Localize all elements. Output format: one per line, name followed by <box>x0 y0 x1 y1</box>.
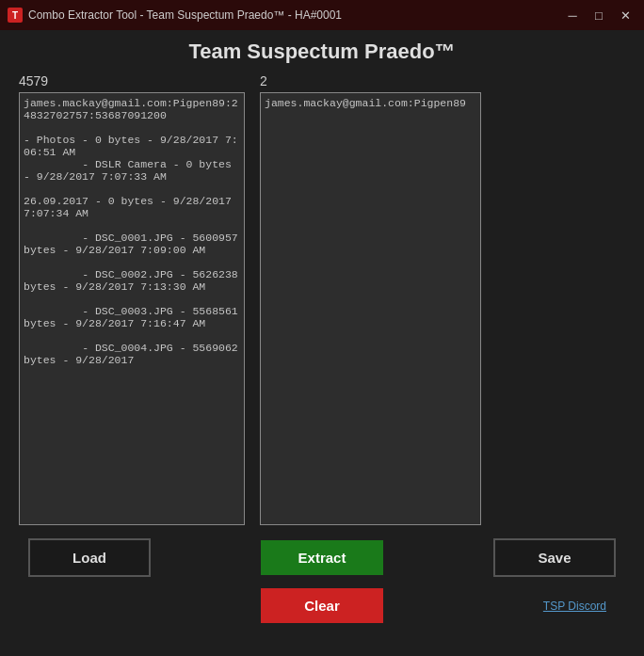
buttons-row: Load Extract Save <box>19 538 625 577</box>
load-button[interactable]: Load <box>28 538 151 577</box>
maximize-button[interactable]: □ <box>588 6 610 24</box>
extract-button[interactable]: Extract <box>261 540 383 575</box>
right-count: 2 <box>260 73 481 88</box>
right-text-area[interactable]: james.mackay@gmail.com:Pigpen89 <box>260 92 481 525</box>
main-content: Team Suspectum Praedo™ 4579 james.mackay… <box>0 30 644 637</box>
left-text-area[interactable]: james.mackay@gmail.com:Pigpen89:24832702… <box>19 92 245 525</box>
app-title: Team Suspectum Praedo™ <box>19 40 625 64</box>
minimize-button[interactable]: ─ <box>561 6 584 24</box>
save-button[interactable]: Save <box>493 538 616 577</box>
bottom-row: Clear TSP Discord <box>19 588 625 623</box>
title-bar-controls: ─ □ ✕ <box>561 6 636 24</box>
clear-button[interactable]: Clear <box>261 588 383 623</box>
panels-row: 4579 james.mackay@gmail.com:Pigpen89:248… <box>19 73 625 525</box>
title-bar-left: T Combo Extractor Tool - Team Suspectum … <box>8 8 342 23</box>
title-bar-title: Combo Extractor Tool - Team Suspectum Pr… <box>28 8 342 22</box>
left-panel-group: 4579 james.mackay@gmail.com:Pigpen89:248… <box>19 73 245 525</box>
right-panel-group: 2 james.mackay@gmail.com:Pigpen89 <box>260 73 481 525</box>
title-bar: T Combo Extractor Tool - Team Suspectum … <box>0 0 644 30</box>
app-icon: T <box>8 8 23 23</box>
left-count: 4579 <box>19 73 245 88</box>
close-button[interactable]: ✕ <box>614 6 636 24</box>
discord-link[interactable]: TSP Discord <box>543 600 606 613</box>
